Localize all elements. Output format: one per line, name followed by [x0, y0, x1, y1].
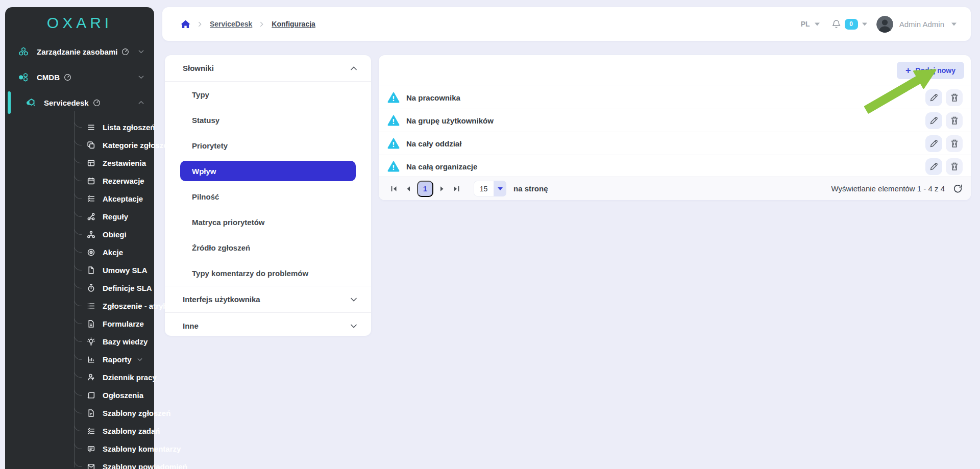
gauge-icon: [121, 48, 129, 56]
sidebar-item-szablony-powiadomien[interactable]: Szablony powiadomień: [5, 458, 154, 469]
dictionary-items: Typy Statusy Priorytety Wpływ Pilność Ma…: [165, 82, 371, 286]
dict-item-wplyw-wrap: Wpływ: [165, 158, 371, 184]
breadcrumb-link-servicedesk[interactable]: ServiceDesk: [210, 20, 252, 28]
tree-connector: [74, 169, 82, 181]
sidebar-item-label: Obiegi: [103, 230, 127, 239]
delete-trash-icon[interactable]: [946, 158, 963, 175]
tree-connector: [74, 205, 82, 217]
sidebar-item-label: Raporty: [103, 355, 132, 364]
last-page-button[interactable]: [449, 182, 463, 196]
warning-triangle-icon: [387, 114, 400, 127]
edit-pencil-icon[interactable]: [925, 135, 942, 152]
page-size-select[interactable]: 15: [474, 181, 506, 196]
sidebar: OXARI Zarządzanie zasobami: [5, 7, 154, 469]
edit-pencil-icon[interactable]: [925, 89, 942, 106]
tree-connector: [74, 348, 82, 360]
gauge-icon: [93, 99, 101, 107]
notifications-control[interactable]: 0: [832, 19, 867, 30]
stopwatch-icon: [87, 284, 96, 292]
dict-item-matryca-priorytetow[interactable]: Matryca priorytetów: [165, 209, 371, 235]
tree-connector: [74, 383, 82, 396]
calendar-icon: [87, 177, 96, 185]
comment-template-icon: [87, 445, 96, 453]
dict-item-typy-komentarzy[interactable]: Typy komentarzy do problemów: [165, 260, 371, 286]
sidebar-item-label: Szablony zadań: [103, 427, 160, 435]
sidebar-item-label: Servicedesk: [44, 98, 89, 107]
sidebar-item-label: Szablony powiadomień: [103, 462, 187, 469]
dict-item-pilnosc[interactable]: Pilność: [165, 184, 371, 209]
first-page-button[interactable]: [387, 182, 401, 196]
bell-icon: [832, 19, 841, 29]
tree-connector: [74, 223, 82, 235]
impact-list-panel: + Dodaj nowy Na pracownika Na grupę użyt…: [379, 55, 971, 200]
per-page-label: na stronę: [513, 184, 548, 193]
pagination-info-area: Wyświetlanie elementów 1 - 4 z 4: [831, 184, 963, 193]
current-page-button[interactable]: 1: [417, 181, 433, 197]
sidebar-item-label: Bazy wiedzy: [103, 337, 148, 346]
tree-connector: [74, 276, 82, 288]
edit-pencil-icon[interactable]: [925, 112, 942, 129]
section-interfejs-uzytkownika[interactable]: Interfejs użytkownika: [165, 286, 371, 312]
target-icon: [87, 248, 96, 257]
config-panel: Słowniki Typy Statusy Priorytety Wpływ P…: [165, 55, 371, 336]
chevron-down-icon: [138, 75, 144, 79]
delete-trash-icon[interactable]: [946, 112, 963, 129]
sidebar-item-label: Lista zgłoszeń: [103, 123, 155, 132]
language-selector[interactable]: PL: [801, 20, 820, 28]
dict-item-typy[interactable]: Typy: [165, 82, 371, 107]
tree-connector: [74, 419, 82, 431]
table-row: Na pracownika: [379, 86, 971, 109]
home-icon[interactable]: [181, 20, 190, 29]
sidebar-item-label: Umowy SLA: [103, 266, 148, 275]
add-new-button[interactable]: + Dodaj nowy: [897, 62, 964, 79]
breadcrumb: ServiceDesk Konfiguracja: [181, 20, 315, 29]
dict-item-zrodlo-zgloszen[interactable]: Źródło zgłoszeń: [165, 235, 371, 260]
report-chart-icon: [87, 355, 96, 364]
sidebar-item-zarzadzanie-zasobami[interactable]: Zarządzanie zasobami: [5, 39, 154, 64]
chevron-down-icon: [351, 298, 357, 302]
row-actions: [925, 158, 963, 175]
user-menu[interactable]: Admin Admin: [876, 16, 957, 33]
tree-connector: [74, 133, 82, 145]
tree-connector: [74, 401, 82, 413]
delete-trash-icon[interactable]: [946, 89, 963, 106]
dict-item-statusy[interactable]: Statusy: [165, 107, 371, 133]
sidebar-item-label: Dziennik pracy: [103, 373, 157, 382]
row-label: Na cały oddział: [406, 139, 461, 148]
breadcrumb-link-konfiguracja[interactable]: Konfiguracja: [272, 20, 315, 28]
gauge-icon: [64, 73, 71, 81]
page-size-value: 15: [474, 181, 494, 196]
sidebar-item-label: Szablony zgłoszeń: [103, 409, 170, 417]
prev-page-button[interactable]: [401, 182, 415, 196]
delete-trash-icon[interactable]: [946, 135, 963, 152]
servicedesk-submenu: Lista zgłoszeń Kategorie zgłoszeń Zestaw…: [5, 118, 154, 469]
pagination-bar: 1 15 na stronę Wyświetlanie elementów 1 …: [379, 177, 971, 200]
refresh-icon[interactable]: [953, 184, 963, 193]
sidebar-item-label: Zarządzanie zasobami: [37, 47, 117, 56]
sidebar-item-cmdb[interactable]: CMDB: [5, 64, 154, 90]
checklist-icon: [87, 194, 96, 203]
sidebar-item-label: CMDB: [37, 73, 60, 82]
header-controls: PL 0: [801, 16, 957, 33]
chevron-down-icon: [815, 22, 820, 26]
tree-connector: [74, 294, 82, 306]
chevron-down-icon: [862, 22, 867, 26]
edit-pencil-icon[interactable]: [925, 158, 942, 175]
tree-connector: [74, 365, 82, 378]
active-indicator: [8, 91, 11, 114]
section-slowniki[interactable]: Słowniki: [165, 55, 371, 82]
section-inne[interactable]: Inne: [165, 312, 371, 339]
cmdb-hexagons-icon: [18, 72, 30, 82]
next-page-button[interactable]: [435, 182, 449, 196]
document-icon: [87, 266, 96, 275]
dict-item-priorytety[interactable]: Priorytety: [165, 133, 371, 158]
tree-connector: [74, 187, 82, 199]
chevron-down-icon: [137, 358, 143, 362]
dict-item-wplyw-active[interactable]: Wpływ: [180, 161, 356, 181]
table-row: Na grupę użytkowników: [379, 109, 971, 132]
sidebar-item-label: Szablony komentarzy: [103, 445, 181, 453]
row-actions: [925, 135, 963, 152]
sidebar-item-servicedesk[interactable]: Servicedesk: [5, 90, 154, 115]
section-label: Słowniki: [183, 64, 214, 72]
plus-icon: +: [905, 66, 911, 75]
